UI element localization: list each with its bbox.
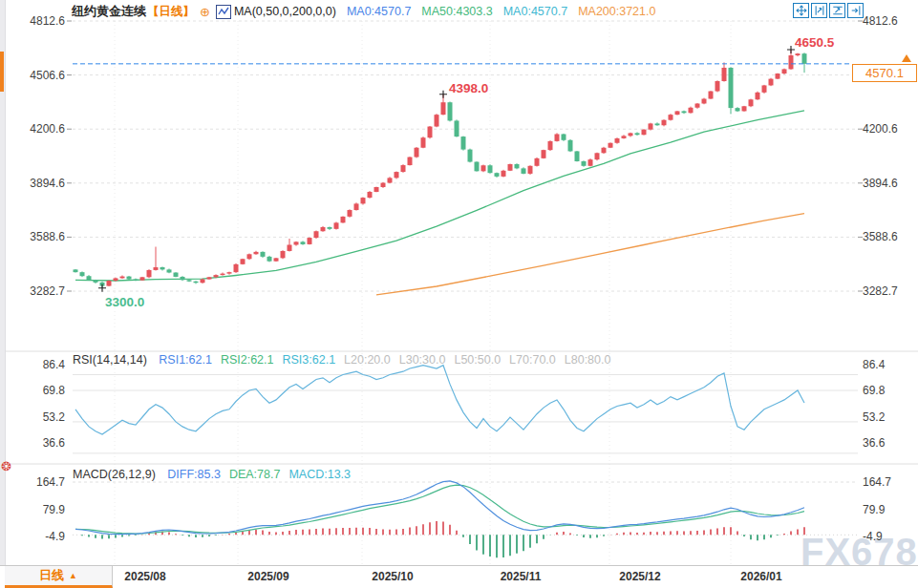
y-axis-label: 164.7 — [21, 475, 65, 489]
x-axis-label: 2025/12 — [602, 570, 678, 583]
y-axis-label: 69.8 — [21, 384, 65, 397]
peak-price-label: 4398.0 — [449, 81, 488, 95]
y-axis-label: -4.9 — [21, 530, 65, 543]
indicator-value-label: MA200:3721.0 — [578, 5, 655, 18]
chart-window: ❂ 纽约黄金连续 【日线】 ⊕ MA(0,50,0,200,0,0) MA0:4… — [0, 0, 918, 588]
rsi-header: RSI(14,14,14) RSI1:62.1RSI2:62.1RSI3:62.… — [73, 353, 628, 367]
symbol-title: 纽约黄金连续 — [72, 3, 146, 20]
macd-name-label: MACD(26,12,9) — [73, 468, 156, 481]
indicator-value-label: MA50:4303.3 — [421, 5, 492, 18]
y-axis-label: 3282.7 — [863, 284, 914, 298]
x-axis-label: 2026/01 — [723, 570, 800, 583]
indicator-value-label: L50:50.0 — [454, 353, 501, 367]
y-axis-label: -4.9 — [863, 530, 914, 543]
line-chart-icon[interactable] — [216, 5, 231, 19]
low-price-label: 3300.0 — [105, 295, 144, 309]
sun-marker-icon: ❂ — [1, 460, 11, 472]
indicator-value-label: MA0:4570.7 — [503, 5, 567, 18]
indicator-value-label: MA0:4570.7 — [347, 5, 411, 18]
y-axis-label: 4812.6 — [863, 14, 914, 28]
fit-horizontal-icon[interactable] — [829, 3, 845, 18]
chart-header: 纽约黄金连续 【日线】 ⊕ MA(0,50,0,200,0,0) MA0:457… — [72, 3, 655, 20]
go-to-latest-icon[interactable] — [847, 3, 864, 18]
ma-settings-label: MA(0,50,0,200,0,0) — [234, 5, 336, 18]
tab-daily[interactable]: 日线 ▲ — [5, 566, 113, 588]
y-axis-label: 3588.6 — [863, 230, 914, 243]
indicator-value-label: L80:80.0 — [565, 353, 611, 367]
y-axis-label: 53.2 — [21, 410, 65, 424]
chevron-up-icon: ▲ — [69, 571, 77, 580]
y-axis-label: 4200.6 — [863, 122, 914, 136]
ma-values: MA0:4570.7MA50:4303.3MA0:4570.7MA200:372… — [336, 5, 656, 18]
indicator-value-label: L30:30.0 — [399, 353, 446, 367]
y-axis-label: 3894.6 — [863, 177, 914, 190]
scrollbar-thumb[interactable] — [0, 52, 4, 92]
time-axis-bar: 日线 ▲ 2025/08 2025/09 2025/10 2025/11 202… — [0, 565, 918, 588]
macd-header: MACD(26,12,9) DIFF:85.3DEA:78.7MACD:13.3 — [73, 468, 368, 481]
macd-values: DIFF:85.3DEA:78.7MACD:13.3 — [167, 468, 359, 481]
y-axis-label: 79.9 — [21, 503, 65, 516]
indicator-value-label: DIFF:85.3 — [167, 468, 221, 481]
y-axis-label: 36.6 — [21, 436, 65, 450]
move-tool-icon[interactable] — [793, 3, 809, 18]
y-axis-label: 69.8 — [863, 384, 914, 397]
y-axis-label: 4200.6 — [21, 122, 65, 136]
fit-vertical-icon[interactable] — [811, 3, 827, 18]
y-axis-label: 86.4 — [21, 358, 65, 371]
left-scrollbar[interactable] — [0, 0, 6, 565]
indicator-value-label: MACD:13.3 — [288, 468, 351, 481]
y-axis-label: 86.4 — [863, 358, 914, 371]
period-tag: 【日线】 — [147, 4, 195, 20]
high-price-label: 4650.5 — [795, 35, 834, 50]
tab-daily-label: 日线 — [39, 567, 64, 584]
y-axis-label: 79.9 — [863, 503, 914, 516]
y-axis-label: 3282.7 — [21, 284, 65, 298]
indicator-value-label: RSI3:62.1 — [283, 353, 336, 367]
indicator-value-label: L70:70.0 — [509, 353, 556, 367]
y-axis-label: 36.6 — [863, 436, 914, 450]
y-axis-label: 53.2 — [863, 410, 914, 424]
x-axis-label: 2025/10 — [354, 570, 431, 583]
current-price-box: 4570.1 — [852, 64, 917, 82]
indicator-value-label: L20:20.0 — [344, 353, 391, 367]
indicator-value-label: RSI1:62.1 — [159, 353, 212, 367]
rsi-name-label: RSI(14,14,14) — [73, 353, 147, 367]
x-axis-label: 2025/11 — [482, 570, 559, 583]
add-indicator-icon[interactable]: ⊕ — [200, 5, 210, 19]
y-axis-label: 4506.6 — [21, 69, 65, 82]
y-axis-label: 3894.6 — [21, 177, 65, 190]
indicator-value-label: RSI2:62.1 — [221, 353, 274, 367]
y-axis-label: 4812.6 — [21, 14, 65, 28]
chart-toolbar — [791, 3, 864, 18]
price-arrow-icon — [902, 54, 911, 62]
x-axis-label: 2025/09 — [230, 570, 307, 583]
y-axis-label: 164.7 — [863, 475, 914, 489]
y-axis-label: 3588.6 — [21, 230, 65, 243]
rsi-values: RSI1:62.1RSI2:62.1RSI3:62.1L20:20.0L30:3… — [159, 353, 619, 367]
indicator-value-label: DEA:78.7 — [229, 468, 281, 481]
x-axis-label: 2025/08 — [107, 570, 183, 583]
